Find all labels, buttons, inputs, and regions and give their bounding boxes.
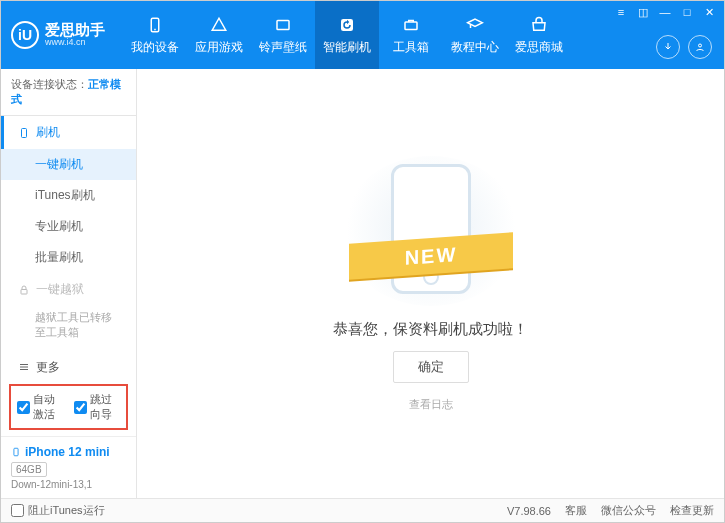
menu-icon[interactable]: ≡: [614, 5, 628, 19]
version-label: V7.98.66: [507, 505, 551, 517]
logo-icon: iU: [11, 21, 39, 49]
tab-label: 智能刷机: [323, 39, 371, 56]
tab-label: 工具箱: [393, 39, 429, 56]
refresh-icon: [337, 15, 357, 35]
ok-button[interactable]: 确定: [393, 351, 469, 383]
sidebar-item-itunes-flash[interactable]: iTunes刷机: [1, 180, 136, 211]
success-illustration: NEW: [341, 156, 521, 306]
app-name: 爱思助手: [45, 22, 105, 39]
success-message: 恭喜您，保资料刷机成功啦！: [333, 320, 528, 339]
tab-toolbox[interactable]: 工具箱: [379, 1, 443, 69]
graduation-icon: [465, 15, 485, 35]
close-icon[interactable]: ✕: [702, 5, 716, 19]
svg-rect-11: [14, 448, 18, 456]
tab-label: 爱思商城: [515, 39, 563, 56]
checkbox-block-itunes[interactable]: 阻止iTunes运行: [11, 503, 105, 518]
download-button[interactable]: [656, 35, 680, 59]
skin-icon[interactable]: ◫: [636, 5, 650, 19]
svg-rect-6: [22, 128, 27, 137]
tab-label: 我的设备: [131, 39, 179, 56]
sidebar-item-oneclick-flash[interactable]: 一键刷机: [1, 149, 136, 180]
wallpaper-icon: [273, 15, 293, 35]
footer: 阻止iTunes运行 V7.98.66 客服 微信公众号 检查更新: [1, 498, 724, 522]
maximize-icon[interactable]: □: [680, 5, 694, 19]
main-content: NEW 恭喜您，保资料刷机成功啦！ 确定 查看日志: [137, 69, 724, 498]
device-block[interactable]: iPhone 12 mini 64GB Down-12mini-13,1: [1, 436, 136, 498]
menu-icon: [18, 361, 30, 373]
user-button[interactable]: [688, 35, 712, 59]
sidebar-group-flash[interactable]: 刷机: [1, 116, 136, 149]
tab-tutorials[interactable]: 教程中心: [443, 1, 507, 69]
wechat-link[interactable]: 微信公众号: [601, 503, 656, 518]
tab-label: 教程中心: [451, 39, 499, 56]
sidebar: 设备连接状态：正常模式 刷机 一键刷机 iTunes刷机 专业刷机 批量刷机 一…: [1, 69, 137, 498]
apps-icon: [209, 15, 229, 35]
window-controls: ≡ ◫ ― □ ✕: [614, 5, 716, 19]
sidebar-item-pro-flash[interactable]: 专业刷机: [1, 211, 136, 242]
tab-my-device[interactable]: 我的设备: [123, 1, 187, 69]
sidebar-group-jailbreak: 一键越狱: [1, 273, 136, 306]
customer-service-link[interactable]: 客服: [565, 503, 587, 518]
store-icon: [529, 15, 549, 35]
toolbox-icon: [401, 15, 421, 35]
tab-smart-flash[interactable]: 智能刷机: [315, 1, 379, 69]
device-model: Down-12mini-13,1: [11, 479, 126, 490]
svg-point-5: [699, 44, 702, 47]
tab-apps-games[interactable]: 应用游戏: [187, 1, 251, 69]
app-header: iU 爱思助手 www.i4.cn 我的设备 应用游戏 铃声壁纸 智能刷机 工具…: [1, 1, 724, 69]
connection-status: 设备连接状态：正常模式: [1, 69, 136, 116]
svg-rect-4: [405, 22, 417, 30]
device-name: iPhone 12 mini: [11, 445, 126, 459]
sidebar-item-batch-flash[interactable]: 批量刷机: [1, 242, 136, 273]
tab-label: 应用游戏: [195, 39, 243, 56]
tab-ringtones[interactable]: 铃声壁纸: [251, 1, 315, 69]
checkbox-auto-activate[interactable]: 自动激活: [17, 392, 64, 422]
checkbox-skip-guide[interactable]: 跳过向导: [74, 392, 121, 422]
svg-rect-2: [277, 20, 289, 29]
phone-icon: [18, 126, 30, 140]
logo-block: iU 爱思助手 www.i4.cn: [11, 21, 123, 49]
phone-icon: [11, 445, 21, 459]
jailbreak-note: 越狱工具已转移至工具箱: [1, 306, 136, 351]
lock-icon: [18, 284, 30, 296]
options-row: 自动激活 跳过向导: [9, 384, 128, 430]
svg-rect-7: [21, 289, 27, 294]
view-log-link[interactable]: 查看日志: [409, 397, 453, 412]
device-storage: 64GB: [11, 462, 47, 477]
minimize-icon[interactable]: ―: [658, 5, 672, 19]
app-url: www.i4.cn: [45, 38, 105, 48]
sidebar-group-more[interactable]: 更多: [1, 351, 136, 378]
tab-store[interactable]: 爱思商城: [507, 1, 571, 69]
tab-label: 铃声壁纸: [259, 39, 307, 56]
phone-icon: [145, 15, 165, 35]
check-update-link[interactable]: 检查更新: [670, 503, 714, 518]
